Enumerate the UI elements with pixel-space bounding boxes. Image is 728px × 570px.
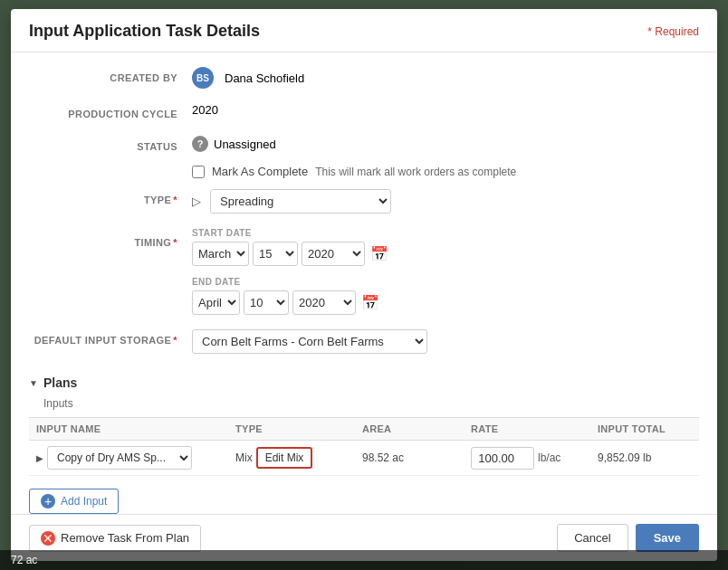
timing-row: TIMING* START DATE March 15 — [29, 221, 699, 322]
timing-content: START DATE March 15 2020 — [192, 228, 699, 315]
add-input-label: Add Input — [61, 495, 107, 508]
end-date-label: END DATE — [192, 277, 381, 287]
modal-overlay: Input Application Task Details * Require… — [0, 0, 728, 570]
edit-mix-button[interactable]: Edit Mix — [256, 447, 313, 469]
mark-complete-checkbox[interactable] — [192, 166, 205, 178]
end-date-group: END DATE April 10 2020 — [192, 277, 381, 315]
remove-task-icon: ✕ — [41, 531, 55, 546]
required-note: * Required — [647, 25, 699, 38]
created-by-row: CREATED BY BS Dana Schofield — [29, 60, 699, 96]
plans-section: ▼ Plans Inputs INPUT NAME TYPE AREA RATE… — [11, 368, 717, 514]
add-input-button[interactable]: + Add Input — [29, 489, 119, 514]
inputs-table: INPUT NAME TYPE AREA RATE INPUT TOTAL ▶ … — [29, 417, 699, 476]
footer-actions: Cancel Save — [557, 524, 699, 552]
created-by-name: Dana Schofield — [225, 71, 304, 85]
start-month-select[interactable]: March — [192, 242, 249, 266]
plans-title: Plans — [43, 375, 77, 390]
status-row: STATUS ? Unassigned — [29, 128, 699, 161]
plans-header[interactable]: ▼ Plans — [29, 368, 699, 394]
modal: Input Application Task Details * Require… — [11, 9, 717, 561]
plans-arrow-icon: ▼ — [29, 378, 38, 388]
start-calendar-icon[interactable]: 📅 — [369, 243, 390, 264]
mark-complete-label: Mark As Complete — [212, 165, 308, 178]
status-value: Unassigned — [214, 138, 276, 151]
end-date-inputs: April 10 2020 📅 — [192, 290, 381, 315]
avatar: BS — [192, 67, 214, 89]
status-icon: ? — [192, 136, 208, 152]
end-month-select[interactable]: April — [192, 290, 240, 315]
created-by-label: CREATED BY — [29, 67, 192, 83]
bottom-bar: 72 ac — [0, 550, 728, 570]
remove-task-label: Remove Task From Plan — [61, 531, 189, 545]
spreading-icon: ▷ — [192, 195, 201, 208]
rate-cell: lb/ac — [471, 447, 598, 470]
timing-label: TIMING* — [29, 228, 192, 248]
col-type: TYPE — [235, 423, 362, 434]
table-row: ▶ Copy of Dry AMS Sp... Mix Edit Mix 98.… — [29, 441, 699, 476]
inputs-subheader: Inputs — [29, 394, 699, 417]
col-rate: RATE — [471, 423, 598, 434]
storage-row: DEFAULT INPUT STORAGE* Corn Belt Farms -… — [29, 322, 699, 361]
rate-input[interactable] — [471, 447, 534, 470]
production-cycle-label: PRODUCTION CYCLE — [29, 103, 192, 119]
col-total: INPUT TOTAL — [598, 423, 717, 434]
modal-body: CREATED BY BS Dana Schofield PRODUCTION … — [11, 52, 717, 514]
total-cell: 9,852.09 lb — [598, 451, 717, 464]
end-year-select[interactable]: 2020 — [292, 290, 356, 315]
start-date-group: START DATE March 15 2020 — [192, 228, 390, 266]
save-button[interactable]: Save — [636, 524, 699, 552]
production-cycle-row: PRODUCTION CYCLE 2020 — [29, 96, 699, 128]
cancel-button[interactable]: Cancel — [557, 524, 627, 552]
start-year-select[interactable]: 2020 — [302, 242, 365, 266]
table-header: INPUT NAME TYPE AREA RATE INPUT TOTAL — [29, 418, 699, 441]
start-date-inputs: March 15 2020 📅 — [192, 242, 390, 266]
modal-header: Input Application Task Details * Require… — [11, 9, 717, 52]
type-select[interactable]: Spreading — [210, 189, 391, 214]
status-label: STATUS — [29, 136, 192, 152]
created-by-content: BS Dana Schofield — [192, 67, 699, 89]
input-name-select[interactable]: Copy of Dry AMS Sp... — [47, 446, 192, 470]
production-cycle-value: 2020 — [192, 103, 218, 117]
type-label: TYPE* — [29, 189, 192, 205]
modal-title: Input Application Task Details — [29, 22, 260, 41]
mark-complete-row: Mark As Complete This will mark all work… — [29, 161, 699, 182]
mark-complete-note: This will mark all work orders as comple… — [315, 166, 516, 178]
type-cell: Mix Edit Mix — [235, 447, 362, 469]
status-content: ? Unassigned — [192, 136, 699, 152]
bottom-bar-text: 72 ac — [11, 554, 37, 566]
area-cell: 98.52 ac — [362, 451, 471, 464]
start-date-label: START DATE — [192, 228, 390, 238]
row-type-text: Mix — [235, 451, 253, 464]
rate-unit: lb/ac — [538, 451, 560, 464]
status-badge: ? Unassigned — [192, 136, 276, 152]
col-input-name: INPUT NAME — [36, 423, 235, 434]
form-section: CREATED BY BS Dana Schofield PRODUCTION … — [11, 52, 717, 368]
row-expand-icon[interactable]: ▶ — [36, 453, 43, 463]
production-cycle-content: 2020 — [192, 103, 699, 117]
storage-select[interactable]: Corn Belt Farms - Corn Belt Farms — [192, 329, 427, 354]
storage-content: Corn Belt Farms - Corn Belt Farms — [192, 329, 699, 354]
add-icon: + — [41, 494, 55, 508]
input-name-cell: ▶ Copy of Dry AMS Sp... — [36, 446, 235, 470]
type-row: TYPE* ▷ Spreading — [29, 182, 699, 221]
remove-task-button[interactable]: ✕ Remove Task From Plan — [29, 525, 201, 552]
col-area: AREA — [362, 423, 471, 434]
type-content: ▷ Spreading — [192, 189, 699, 214]
end-day-select[interactable]: 10 — [244, 290, 289, 315]
storage-label: DEFAULT INPUT STORAGE* — [29, 329, 192, 346]
end-calendar-icon[interactable]: 📅 — [359, 292, 381, 313]
start-day-select[interactable]: 15 — [253, 242, 298, 266]
